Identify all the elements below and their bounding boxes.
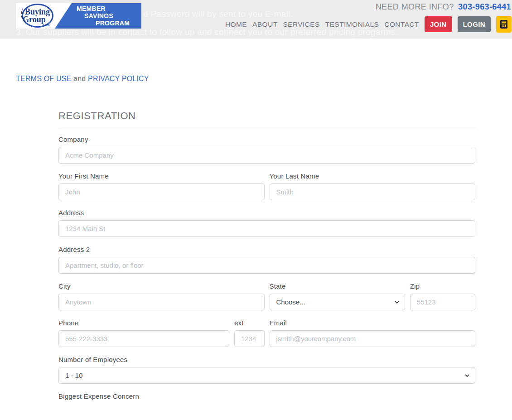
company-input[interactable] [58, 147, 475, 164]
banner-line-member: MEMBER [55, 5, 141, 12]
first-name-group: Your First Name [58, 172, 265, 200]
ext-input[interactable] [234, 330, 265, 347]
city-input[interactable] [58, 294, 265, 310]
phone-group: Phone [58, 319, 229, 347]
address2-group: Address 2 [58, 246, 475, 274]
registration-form: REGISTRATION Company Your First Name You… [58, 110, 475, 412]
nav-item-contact[interactable]: CONTACT [384, 20, 419, 29]
phone-label: Phone [58, 319, 229, 327]
first-name-label: Your First Name [58, 172, 265, 180]
need-more-info-label: NEED MORE INFO? [376, 2, 454, 11]
logo-banner: MEMBER SAVINGS PROGRAM [55, 3, 141, 29]
employees-label: Number of Employees [58, 356, 475, 363]
form-grid: Company Your First Name Your Last Name A… [58, 135, 475, 412]
title-divider [58, 127, 475, 127]
terms-of-use-link[interactable]: TERMS OF USE [16, 75, 71, 82]
site-header: d Password will by sent to you E-mail. 3… [0, 0, 512, 39]
page: d Password will by sent to you E-mail. 3… [0, 0, 512, 420]
legal-conjunction: and [73, 75, 86, 82]
last-name-input[interactable] [270, 183, 476, 200]
state-group: State Choose... [270, 282, 405, 310]
nav-item-home[interactable]: HOME [225, 20, 247, 29]
ext-label: ext [234, 319, 265, 327]
address2-input[interactable] [58, 257, 475, 274]
city-label: City [58, 282, 265, 290]
email-group: Email [270, 319, 476, 347]
address-group: Address [58, 209, 475, 237]
join-button[interactable]: JOIN [425, 16, 452, 32]
need-more-info-line: NEED MORE INFO? 303-963-6441 [376, 2, 511, 12]
phone-input[interactable] [58, 330, 229, 347]
calculator-icon [500, 19, 508, 29]
chevron-down-icon [395, 301, 399, 304]
phone-number-link[interactable]: 303-963-6441 [458, 2, 511, 11]
address-input[interactable] [58, 220, 475, 237]
zip-label: Zip [410, 282, 475, 290]
banner-line-program: PROGRAM [55, 19, 141, 27]
zip-group: Zip [410, 282, 475, 310]
state-label: State [270, 282, 405, 290]
expense-label: Biggest Expense Concern [58, 392, 475, 400]
city-group: City [58, 282, 265, 310]
address2-label: Address 2 [58, 246, 475, 253]
last-name-label: Your Last Name [270, 172, 476, 180]
logo-com-text: .com [41, 23, 50, 27]
legal-links-row: TERMS OF USE and PRIVACY POLICY [0, 39, 512, 83]
first-name-input[interactable] [58, 183, 265, 200]
employees-group: Number of Employees 1 - 10 [58, 356, 475, 384]
privacy-policy-link[interactable]: PRIVACY POLICY [88, 75, 149, 82]
main-nav: HOME ABOUT SERVICES TESTIMONIALS CONTACT… [225, 16, 512, 33]
nav-item-about[interactable]: ABOUT [252, 20, 277, 29]
state-select[interactable]: Choose... [270, 294, 405, 310]
employees-select[interactable]: 1 - 10 [58, 367, 475, 384]
email-label: Email [270, 319, 476, 327]
calculator-button[interactable] [496, 16, 512, 33]
email-input[interactable] [270, 330, 476, 347]
chevron-down-icon [465, 374, 469, 377]
zip-input[interactable] [410, 294, 475, 310]
banner-line-savings: SAVINGS [55, 12, 141, 19]
logo-mark: The Buying Group .com [16, 3, 55, 29]
nav-item-services[interactable]: SERVICES [283, 20, 320, 29]
nav-item-testimonials[interactable]: TESTIMONIALS [325, 20, 379, 29]
expense-group: Biggest Expense Concern [58, 392, 475, 404]
last-name-group: Your Last Name [270, 172, 476, 200]
state-select-value: Choose... [276, 298, 305, 306]
site-logo[interactable]: The Buying Group .com MEMBER SAVINGS PRO… [16, 3, 141, 29]
company-group: Company [58, 135, 475, 164]
registration-title: REGISTRATION [58, 110, 475, 122]
login-button[interactable]: LOGIN [458, 16, 491, 32]
ext-group: ext [234, 319, 265, 347]
address-label: Address [58, 209, 475, 217]
employees-select-value: 1 - 10 [65, 372, 82, 379]
company-label: Company [58, 135, 475, 143]
